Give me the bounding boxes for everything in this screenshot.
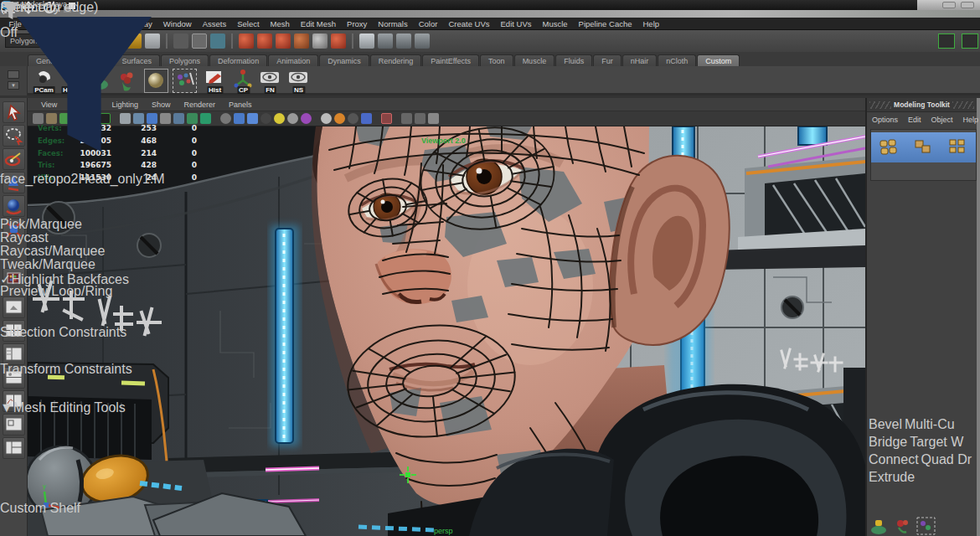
shelf-tab-deformation[interactable]: Deformation bbox=[209, 54, 267, 66]
shelf-item-fn[interactable]: FN bbox=[258, 69, 282, 93]
layout-uv-editor[interactable] bbox=[3, 414, 25, 436]
menu-help[interactable]: Help bbox=[637, 19, 665, 28]
shelf-tab-muscle[interactable]: Muscle bbox=[514, 54, 555, 66]
toolkit-menu-help[interactable]: Help bbox=[958, 116, 980, 124]
layout-custom[interactable] bbox=[3, 437, 25, 459]
minimize-button[interactable] bbox=[942, 2, 956, 8]
vp-icon-orange[interactable] bbox=[334, 113, 345, 124]
vp-icon-share[interactable] bbox=[428, 113, 439, 124]
vp-icon-greasepencil[interactable] bbox=[321, 113, 332, 124]
sidebar-toggle-icon[interactable] bbox=[938, 34, 955, 49]
toolkit-menu-object[interactable]: Object bbox=[926, 116, 958, 124]
menu-muscle[interactable]: Muscle bbox=[537, 19, 573, 28]
shelf-tab-fluids[interactable]: Fluids bbox=[555, 54, 592, 66]
radio-tweak-marquee[interactable]: Tweak/Marquee bbox=[0, 257, 95, 272]
edge-mode-icon[interactable] bbox=[912, 137, 934, 157]
shelf-tab-toon[interactable]: Toon bbox=[480, 54, 513, 66]
vp-icon-cube1[interactable] bbox=[401, 113, 412, 124]
viewport-3d-scene[interactable]: y bbox=[28, 126, 865, 536]
menu-assets[interactable]: Assets bbox=[197, 19, 232, 28]
custom-shelf-icons bbox=[869, 517, 936, 536]
layout-single-persp[interactable] bbox=[3, 296, 25, 318]
vp-icon-gamma[interactable] bbox=[274, 113, 285, 124]
menu-edit-mesh[interactable]: Edit Mesh bbox=[295, 19, 341, 28]
snap-point-icon[interactable] bbox=[276, 34, 291, 49]
vp-icon-exposure[interactable] bbox=[260, 113, 271, 124]
toolkit-menu-edit[interactable]: Edit bbox=[903, 116, 926, 124]
svg-text:y: y bbox=[43, 482, 46, 490]
shelf-tab-animation[interactable]: Animation bbox=[268, 54, 318, 66]
ipr-render-icon[interactable] bbox=[396, 34, 411, 49]
shelf-tab-ncloth[interactable]: nCloth bbox=[658, 54, 696, 66]
shelf-tab-nhair[interactable]: nHair bbox=[622, 54, 658, 66]
snap-curve-icon[interactable] bbox=[257, 34, 272, 49]
bevel-button[interactable]: Bevel bbox=[869, 417, 902, 432]
select-hierarchy-icon[interactable] bbox=[173, 34, 188, 49]
menu-create-uvs[interactable]: Create UVs bbox=[443, 19, 495, 28]
multi-cut-button[interactable]: Multi-Cu bbox=[905, 417, 955, 432]
render-view-icon[interactable] bbox=[359, 34, 374, 49]
snap-live-icon[interactable] bbox=[331, 34, 346, 49]
menu-mesh[interactable]: Mesh bbox=[265, 19, 295, 28]
window-controls bbox=[917, 0, 980, 10]
shelf-tab-rendering[interactable]: Rendering bbox=[370, 54, 422, 66]
checkbox-preview-loop-ring[interactable]: Preview Loop/Ring bbox=[0, 284, 112, 299]
snap-view-icon[interactable] bbox=[312, 34, 328, 49]
menu-edit-uvs[interactable]: Edit UVs bbox=[495, 19, 537, 28]
mesh-editing-tools-header[interactable]: ▼Mesh Editing Tools bbox=[0, 400, 126, 415]
bridge-button[interactable]: Bridge bbox=[869, 435, 907, 450]
shelf-tab-dynamics[interactable]: Dynamics bbox=[319, 54, 369, 66]
menu-select[interactable]: Select bbox=[232, 19, 265, 28]
select-component-icon[interactable] bbox=[210, 34, 225, 49]
render-current-icon[interactable] bbox=[378, 34, 393, 49]
transform-constraint-field[interactable]: face_retopo2Head_only1:M bbox=[0, 0, 168, 187]
select-object-icon[interactable] bbox=[192, 34, 207, 49]
vp-icon-xray-joints[interactable] bbox=[247, 113, 258, 124]
menu-color[interactable]: Color bbox=[413, 19, 443, 28]
shelf-item-cp[interactable]: CP bbox=[231, 69, 255, 93]
menu-proxy[interactable]: Proxy bbox=[342, 19, 373, 28]
extrude-button[interactable]: Extrude bbox=[869, 470, 915, 485]
custom-shelf-header[interactable]: Custom Shelf bbox=[0, 501, 80, 516]
shelf-item-paint-select[interactable] bbox=[173, 69, 197, 93]
connect-button[interactable]: Connect bbox=[869, 452, 919, 467]
vp-icon-red-select[interactable] bbox=[381, 113, 392, 124]
rotate-tool[interactable] bbox=[3, 195, 25, 217]
maximize-button[interactable] bbox=[961, 2, 974, 8]
toolkit-menu-options[interactable]: Options bbox=[867, 116, 903, 124]
custom-lock-icon[interactable] bbox=[869, 517, 890, 536]
mesh-button-grid: Bevel Multi-Cu Bridge Target W Connect Q… bbox=[869, 417, 972, 485]
sidebar-toggle2-icon[interactable] bbox=[962, 34, 978, 49]
render-settings-icon[interactable] bbox=[415, 34, 430, 49]
menu-normals[interactable]: Normals bbox=[373, 19, 413, 28]
panel-menu-panels[interactable]: Panels bbox=[222, 100, 259, 109]
component-mode-row bbox=[871, 132, 976, 162]
vp-icon-view-transform[interactable] bbox=[287, 113, 298, 124]
shelf-tab-painteffects[interactable]: PaintEffects bbox=[422, 54, 479, 66]
shelf-tab-custom[interactable]: Custom bbox=[697, 54, 740, 66]
vp-icon-cube2[interactable] bbox=[415, 113, 426, 124]
selection-constraints-header[interactable]: Selection Constraints bbox=[0, 325, 126, 340]
shelf-item-ns[interactable]: NS bbox=[286, 69, 311, 93]
shelf-tab-fur[interactable]: Fur bbox=[593, 54, 622, 66]
face-mode-icon[interactable] bbox=[947, 137, 969, 157]
shelf-item-hist[interactable]: Hist bbox=[203, 69, 227, 93]
custom-flower-icon[interactable] bbox=[893, 517, 913, 536]
custom-paint-icon[interactable] bbox=[916, 517, 936, 536]
quad-draw-button[interactable]: Quad Dr bbox=[921, 452, 972, 467]
vp-icon-motion-blur[interactable] bbox=[200, 113, 211, 124]
vp-icon-half[interactable] bbox=[348, 113, 358, 124]
vp-icon-blue2[interactable] bbox=[361, 113, 372, 124]
vp-icon-color-mgmt[interactable] bbox=[301, 113, 312, 124]
camera-name-label: persp bbox=[434, 527, 453, 535]
vertex-mode-icon[interactable] bbox=[878, 137, 900, 157]
menu-pipeline-cache[interactable]: Pipeline Cache bbox=[573, 19, 637, 28]
panel-menu-renderer[interactable]: Renderer bbox=[177, 100, 222, 109]
snap-grid-icon[interactable] bbox=[239, 34, 254, 49]
target-weld-button[interactable]: Target W bbox=[910, 435, 963, 450]
snap-projected-icon[interactable] bbox=[294, 34, 309, 49]
modeling-toolkit-header[interactable]: Modeling Toolkit bbox=[867, 98, 977, 112]
transform-constraints-header[interactable]: Transform Constraints bbox=[0, 362, 132, 377]
vp-icon-isolate[interactable] bbox=[220, 113, 231, 124]
vp-icon-xray[interactable] bbox=[234, 113, 245, 124]
